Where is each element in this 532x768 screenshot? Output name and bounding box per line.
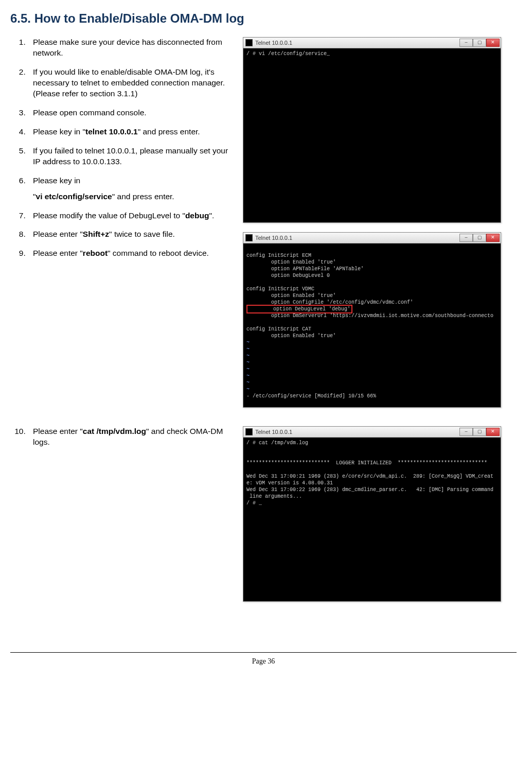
step-10-cmd: cat /tmp/vdm.log <box>83 427 146 435</box>
step-7: Please modify the value of DebugLevel to… <box>28 211 237 221</box>
steps-col-1: Please make sure your device has disconn… <box>10 37 237 417</box>
t1-line: / # vi /etc/config/service_ <box>246 51 330 57</box>
step-6: Please key in "vi etc/config/service" an… <box>28 176 237 202</box>
maximize-button[interactable]: ▢ <box>473 39 486 47</box>
step-6b-post: " and press enter. <box>112 192 174 201</box>
telnet-window-3: Telnet 10.0.0.1 – ▢ ✕ / # cat /tmp/vdm.l… <box>243 426 501 602</box>
step-9-pre: Please enter " <box>33 249 83 257</box>
window-title: Telnet 10.0.0.1 <box>255 39 459 47</box>
footer-rule <box>10 652 517 653</box>
step-4-post: " and press enter. <box>138 127 200 136</box>
screenshots-col-1: Telnet 10.0.0.1 – ▢ ✕ / # vi /etc/config… <box>243 37 517 417</box>
step-10: Please enter "cat /tmp/vdm.log" and chec… <box>28 426 237 448</box>
t2-tildes: ~ ~ ~ ~ ~ ~ ~ ~ <box>246 340 250 392</box>
step-6-text: Please key in <box>33 176 80 185</box>
section-heading: 6.5. How to Enable/Disable OMA-DM log <box>10 10 517 27</box>
maximize-button[interactable]: ▢ <box>473 234 486 242</box>
step-4-pre: Please key in " <box>33 127 85 136</box>
terminal-body-2: config InitScript ECM option Enabled 'tr… <box>243 243 501 407</box>
minimize-button[interactable]: – <box>459 234 473 242</box>
telnet-window-1: Telnet 10.0.0.1 – ▢ ✕ / # vi /etc/config… <box>243 37 501 223</box>
t3-lines: / # cat /tmp/vdm.log *******************… <box>246 440 493 506</box>
step-6b-cmd: vi etc/config/service <box>36 192 112 201</box>
step-2: If you would like to enable/disable OMA-… <box>28 67 237 99</box>
step-5: If you failed to telnet 10.0.0.1, please… <box>28 146 237 167</box>
t2-lines: config InitScript ECM option Enabled 'tr… <box>246 253 413 305</box>
step-8-cmd: Shift+z <box>83 230 109 238</box>
step-1: Please make sure your device has disconn… <box>28 37 237 59</box>
terminal-body-1: / # vi /etc/config/service_ <box>243 48 501 222</box>
minimize-button[interactable]: – <box>459 428 473 436</box>
window-titlebar: Telnet 10.0.0.1 – ▢ ✕ <box>243 427 501 438</box>
step-10-pre: Please enter " <box>33 427 83 435</box>
t2-status: - /etc/config/service [Modified] 10/15 6… <box>246 393 376 399</box>
page-number: Page 36 <box>10 657 517 667</box>
window-titlebar: Telnet 10.0.0.1 – ▢ ✕ <box>243 38 501 48</box>
step-3: Please open command console. <box>28 108 237 118</box>
step-8-post: " twice to save file. <box>109 230 175 238</box>
block-2: Please enter "cat /tmp/vdm.log" and chec… <box>10 426 517 611</box>
window-title: Telnet 10.0.0.1 <box>255 234 459 242</box>
block-1: Please make sure your device has disconn… <box>10 37 517 417</box>
minimize-button[interactable]: – <box>459 39 473 47</box>
t2-after: option DmServerUrl 'https://ivzvmdmii.io… <box>246 313 493 339</box>
step-8-pre: Please enter " <box>33 230 83 238</box>
maximize-button[interactable]: ▢ <box>473 428 486 436</box>
step-4: Please key in "telnet 10.0.0.1" and pres… <box>28 127 237 137</box>
step-7-post: ". <box>209 211 214 220</box>
step-8: Please enter "Shift+z" twice to save fil… <box>28 229 237 240</box>
telnet-window-2: Telnet 10.0.0.1 – ▢ ✕ config InitScript … <box>243 232 501 408</box>
step-9-cmd: reboot <box>83 249 108 257</box>
window-icon <box>245 428 253 435</box>
window-icon <box>245 39 253 46</box>
close-button[interactable]: ✕ <box>486 39 500 47</box>
step-4-cmd: telnet 10.0.0.1 <box>85 127 138 136</box>
highlighted-line: option DebugLevel 'debug' <box>246 305 352 313</box>
window-title: Telnet 10.0.0.1 <box>255 428 459 436</box>
steps-col-2: Please enter "cat /tmp/vdm.log" and chec… <box>10 426 237 611</box>
window-icon <box>245 234 253 241</box>
window-titlebar: Telnet 10.0.0.1 – ▢ ✕ <box>243 233 501 243</box>
step-7-pre: Please modify the value of DebugLevel to… <box>33 211 185 220</box>
close-button[interactable]: ✕ <box>486 234 500 242</box>
terminal-body-3: / # cat /tmp/vdm.log *******************… <box>243 438 501 601</box>
close-button[interactable]: ✕ <box>486 428 500 436</box>
screenshots-col-2: Telnet 10.0.0.1 – ▢ ✕ / # cat /tmp/vdm.l… <box>243 426 517 611</box>
step-9-post: " command to reboot device. <box>108 249 209 257</box>
step-7-cmd: debug <box>185 211 209 220</box>
step-9: Please enter "reboot" command to reboot … <box>28 248 237 259</box>
